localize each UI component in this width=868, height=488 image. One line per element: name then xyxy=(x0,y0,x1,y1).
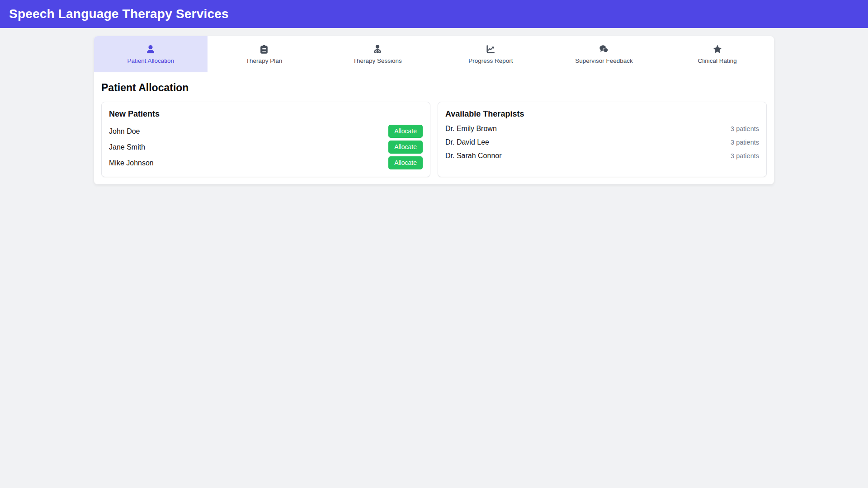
tab-label: Patient Allocation xyxy=(127,57,175,64)
tab-bar: Patient Allocation Therapy Plan xyxy=(94,36,774,72)
patient-row: Mike Johnson Allocate xyxy=(109,156,423,169)
patient-name: Jane Smith xyxy=(109,143,145,151)
patient-name: John Doe xyxy=(109,127,140,136)
allocate-button[interactable]: Allocate xyxy=(388,156,423,169)
therapist-name: Dr. David Lee xyxy=(445,138,489,146)
new-patients-card: New Patients John Doe Allocate Jane Smit… xyxy=(101,102,430,177)
tab-progress-report[interactable]: Progress Report xyxy=(434,36,547,72)
tab-content: Patient Allocation New Patients John Doe… xyxy=(94,72,774,184)
therapist-patient-count: 3 patients xyxy=(731,125,759,132)
allocate-button[interactable]: Allocate xyxy=(388,141,423,154)
star-icon xyxy=(712,44,722,54)
patient-name: Mike Johnson xyxy=(109,159,154,167)
patient-row: John Doe Allocate xyxy=(109,125,423,138)
therapist-row: Dr. David Lee 3 patients xyxy=(445,138,759,146)
tab-label: Progress Report xyxy=(468,57,513,64)
therapist-name: Dr. Emily Brown xyxy=(445,125,497,133)
user-icon xyxy=(146,44,156,54)
tab-patient-allocation[interactable]: Patient Allocation xyxy=(94,36,208,72)
allocate-button[interactable]: Allocate xyxy=(388,125,423,138)
tab-label: Therapy Plan xyxy=(246,57,282,64)
tab-label: Clinical Rating xyxy=(698,57,737,64)
therapist-patient-count: 3 patients xyxy=(731,152,759,160)
clipboard-list-icon xyxy=(259,44,269,54)
therapist-row: Dr. Sarah Connor 3 patients xyxy=(445,152,759,160)
main-panel: Patient Allocation Therapy Plan xyxy=(94,36,774,184)
tab-supervisor-feedback[interactable]: Supervisor Feedback xyxy=(547,36,661,72)
tab-therapy-sessions[interactable]: Therapy Sessions xyxy=(321,36,434,72)
available-therapists-heading: Available Therapists xyxy=(445,109,759,119)
tab-clinical-rating[interactable]: Clinical Rating xyxy=(660,36,774,72)
user-doctor-icon xyxy=(373,44,382,54)
app-title: Speech Language Therapy Services xyxy=(9,7,229,21)
tab-label: Therapy Sessions xyxy=(353,57,402,64)
comments-icon xyxy=(599,44,609,54)
page-title: Patient Allocation xyxy=(101,72,767,102)
tab-label: Supervisor Feedback xyxy=(575,57,633,64)
new-patients-heading: New Patients xyxy=(109,109,423,119)
tab-therapy-plan[interactable]: Therapy Plan xyxy=(208,36,321,72)
app-header: Speech Language Therapy Services xyxy=(0,0,868,28)
therapist-row: Dr. Emily Brown 3 patients xyxy=(445,125,759,133)
available-therapists-card: Available Therapists Dr. Emily Brown 3 p… xyxy=(438,102,767,177)
therapist-name: Dr. Sarah Connor xyxy=(445,152,502,160)
chart-line-icon xyxy=(486,44,495,54)
patient-row: Jane Smith Allocate xyxy=(109,141,423,154)
therapist-patient-count: 3 patients xyxy=(731,139,759,146)
